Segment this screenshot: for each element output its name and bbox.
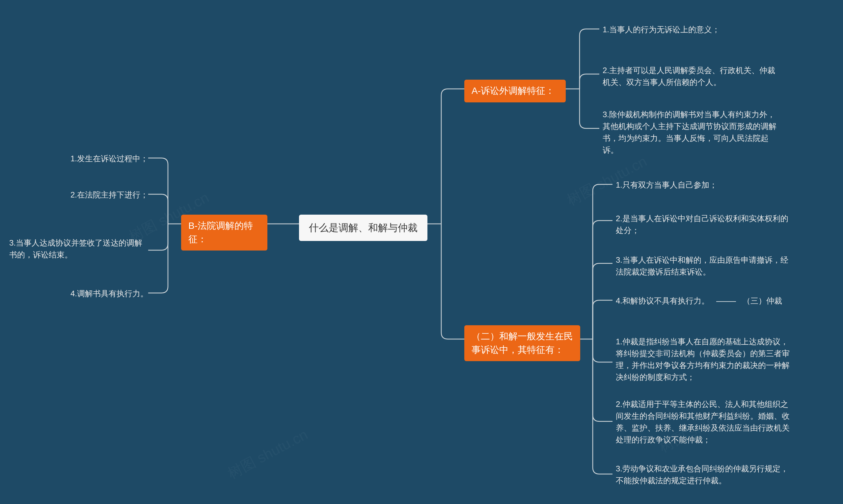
branch-c-item-4-text: 4.和解协议不具有执行力。 [616,296,709,305]
branch-a-item-2: 2.主持者可以是人民调解委员会、行政机关、仲裁机关、双方当事人所信赖的个人。 [603,65,781,88]
watermark: 树图 shutu.cn [225,425,311,483]
branch-c-item-7: 3.劳动争议和农业承包合同纠纷的仲裁另行规定，不能按仲裁法的规定进行仲裁。 [616,463,794,487]
branch-b[interactable]: B-法院调解的特征： [181,215,267,251]
branch-c-item-4: 4.和解协议不具有执行力。 （三）仲裁 [616,295,813,307]
branch-c-item-6: 2.仲裁适用于平等主体的公民、法人和其他组织之间发生的合同纠纷和其他财产利益纠纷… [616,398,794,446]
branch-c-item-1: 1.只有双方当事人自己参加； [616,179,794,191]
branch-b-item-3: 3.当事人达成协议并签收了送达的调解书的，诉讼结束。 [9,237,148,261]
branch-a-item-1: 1.当事人的行为无诉讼上的意义； [603,24,781,36]
branch-c-item-4b-text: （三）仲裁 [742,296,782,305]
branch-c-item-5: 1.仲裁是指纠纷当事人在自愿的基础上达成协议，将纠纷提交非司法机构（仲裁委员会）… [616,336,794,383]
branch-b-item-1: 1.发生在诉讼过程中； [59,153,148,165]
branch-a[interactable]: A-诉讼外调解特征： [464,80,566,102]
branch-c-item-2: 2.是当事人在诉讼中对自己诉讼权利和实体权利的处分； [616,213,794,236]
inline-connector [716,301,736,302]
root-node[interactable]: 什么是调解、和解与仲裁 [299,215,427,241]
branch-b-item-2: 2.在法院主持下进行； [59,189,148,201]
branch-c-item-3: 3.当事人在诉讼中和解的，应由原告申请撤诉，经法院裁定撤诉后结束诉讼。 [616,254,794,278]
branch-c[interactable]: （二）和解一般发生在民事诉讼中，其特征有： [464,325,580,361]
branch-b-item-4: 4.调解书具有执行力。 [59,288,148,300]
branch-a-item-3: 3.除仲裁机构制作的调解书对当事人有约束力外，其他机构或个人主持下达成调节协议而… [603,109,781,156]
